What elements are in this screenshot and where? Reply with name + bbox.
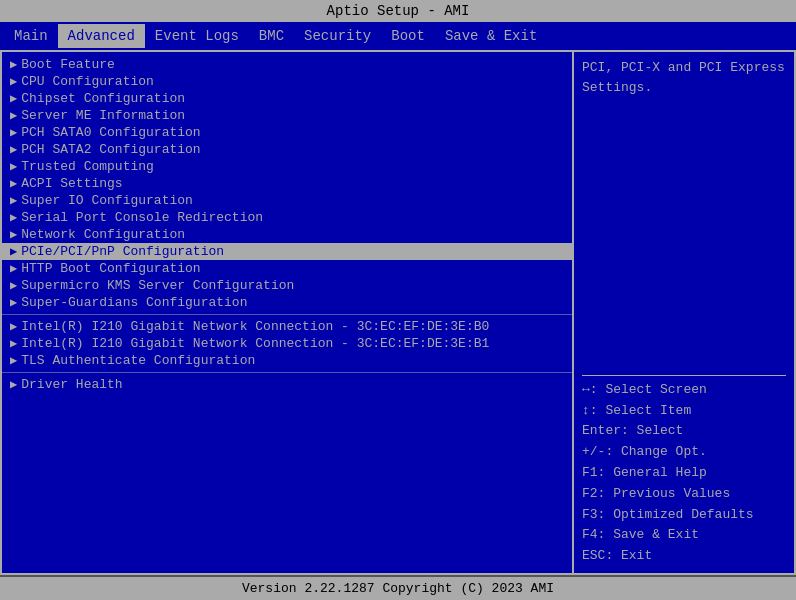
driver-item-0[interactable]: ▶Driver Health (2, 376, 572, 393)
menu-arrow-icon: ▶ (10, 142, 17, 157)
menu-arrow-icon: ▶ (10, 278, 17, 293)
keymap-line-2: Enter: Select (582, 421, 786, 442)
main-content: ▶Boot Feature▶CPU Configuration▶Chipset … (0, 50, 796, 575)
help-description: PCI, PCI-X and PCI Express Settings. (582, 58, 786, 97)
menu-item-label: Super-Guardians Configuration (21, 295, 247, 310)
network-arrow-icon: ▶ (10, 319, 17, 334)
keymap-line-4: F1: General Help (582, 463, 786, 484)
keymap-line-5: F2: Previous Values (582, 484, 786, 505)
menu-arrow-icon: ▶ (10, 227, 17, 242)
menu-item-1[interactable]: ▶CPU Configuration (2, 73, 572, 90)
driver-item-label: Driver Health (21, 377, 122, 392)
nav-item-security[interactable]: Security (294, 24, 381, 48)
menu-item-13[interactable]: ▶Supermicro KMS Server Configuration (2, 277, 572, 294)
key-help: ↔: Select Screen↕: Select ItemEnter: Sel… (582, 371, 786, 567)
network-item-1[interactable]: ▶Intel(R) I210 Gigabit Network Connectio… (2, 335, 572, 352)
network-item-label: Intel(R) I210 Gigabit Network Connection… (21, 336, 489, 351)
menu-arrow-icon: ▶ (10, 159, 17, 174)
driver-arrow-icon: ▶ (10, 377, 17, 392)
menu-item-5[interactable]: ▶PCH SATA2 Configuration (2, 141, 572, 158)
menu-item-label: Chipset Configuration (21, 91, 185, 106)
nav-item-save-and-exit[interactable]: Save & Exit (435, 24, 547, 48)
menu-item-12[interactable]: ▶HTTP Boot Configuration (2, 260, 572, 277)
nav-bar: MainAdvancedEvent LogsBMCSecurityBootSav… (0, 22, 796, 50)
keymap-line-7: F4: Save & Exit (582, 525, 786, 546)
menu-arrow-icon: ▶ (10, 125, 17, 140)
menu-arrow-icon: ▶ (10, 176, 17, 191)
footer-text: Version 2.22.1287 Copyright (C) 2023 AMI (242, 581, 554, 596)
menu-item-7[interactable]: ▶ACPI Settings (2, 175, 572, 192)
menu-item-label: Supermicro KMS Server Configuration (21, 278, 294, 293)
bios-app: Aptio Setup - AMI MainAdvancedEvent Logs… (0, 0, 796, 600)
menu-item-2[interactable]: ▶Chipset Configuration (2, 90, 572, 107)
nav-item-event-logs[interactable]: Event Logs (145, 24, 249, 48)
right-panel: PCI, PCI-X and PCI Express Settings. ↔: … (574, 52, 794, 573)
network-item-label: TLS Authenticate Configuration (21, 353, 255, 368)
menu-item-9[interactable]: ▶Serial Port Console Redirection (2, 209, 572, 226)
menu-arrow-icon: ▶ (10, 74, 17, 89)
menu-item-label: Super IO Configuration (21, 193, 193, 208)
menu-item-label: Trusted Computing (21, 159, 154, 174)
keymap-line-3: +/-: Change Opt. (582, 442, 786, 463)
network-arrow-icon: ▶ (10, 336, 17, 351)
menu-item-14[interactable]: ▶Super-Guardians Configuration (2, 294, 572, 311)
network-item-0[interactable]: ▶Intel(R) I210 Gigabit Network Connectio… (2, 318, 572, 335)
menu-item-3[interactable]: ▶Server ME Information (2, 107, 572, 124)
menu-item-8[interactable]: ▶Super IO Configuration (2, 192, 572, 209)
menu-item-label: PCH SATA0 Configuration (21, 125, 200, 140)
keymap-line-0: ↔: Select Screen (582, 380, 786, 401)
menu-item-label: Boot Feature (21, 57, 115, 72)
nav-item-main[interactable]: Main (4, 24, 58, 48)
left-panel: ▶Boot Feature▶CPU Configuration▶Chipset … (2, 52, 574, 573)
network-item-2[interactable]: ▶TLS Authenticate Configuration (2, 352, 572, 369)
menu-item-11[interactable]: ▶PCIe/PCI/PnP Configuration (2, 243, 572, 260)
menu-arrow-icon: ▶ (10, 244, 17, 259)
menu-item-10[interactable]: ▶Network Configuration (2, 226, 572, 243)
menu-item-label: Server ME Information (21, 108, 185, 123)
menu-item-label: PCIe/PCI/PnP Configuration (21, 244, 224, 259)
app-title: Aptio Setup - AMI (327, 3, 470, 19)
menu-arrow-icon: ▶ (10, 261, 17, 276)
menu-arrow-icon: ▶ (10, 108, 17, 123)
network-arrow-icon: ▶ (10, 353, 17, 368)
keymap-line-1: ↕: Select Item (582, 401, 786, 422)
menu-item-label: HTTP Boot Configuration (21, 261, 200, 276)
menu-arrow-icon: ▶ (10, 91, 17, 106)
menu-item-label: ACPI Settings (21, 176, 122, 191)
menu-item-4[interactable]: ▶PCH SATA0 Configuration (2, 124, 572, 141)
title-bar: Aptio Setup - AMI (0, 0, 796, 22)
menu-item-label: CPU Configuration (21, 74, 154, 89)
nav-item-boot[interactable]: Boot (381, 24, 435, 48)
menu-arrow-icon: ▶ (10, 295, 17, 310)
menu-item-0[interactable]: ▶Boot Feature (2, 56, 572, 73)
menu-arrow-icon: ▶ (10, 57, 17, 72)
menu-item-label: Network Configuration (21, 227, 185, 242)
keymap-line-8: ESC: Exit (582, 546, 786, 567)
menu-item-6[interactable]: ▶Trusted Computing (2, 158, 572, 175)
nav-item-bmc[interactable]: BMC (249, 24, 294, 48)
nav-item-advanced[interactable]: Advanced (58, 24, 145, 48)
menu-arrow-icon: ▶ (10, 193, 17, 208)
menu-item-label: PCH SATA2 Configuration (21, 142, 200, 157)
menu-arrow-icon: ▶ (10, 210, 17, 225)
footer: Version 2.22.1287 Copyright (C) 2023 AMI (0, 575, 796, 600)
keymap-line-6: F3: Optimized Defaults (582, 505, 786, 526)
network-item-label: Intel(R) I210 Gigabit Network Connection… (21, 319, 489, 334)
menu-item-label: Serial Port Console Redirection (21, 210, 263, 225)
